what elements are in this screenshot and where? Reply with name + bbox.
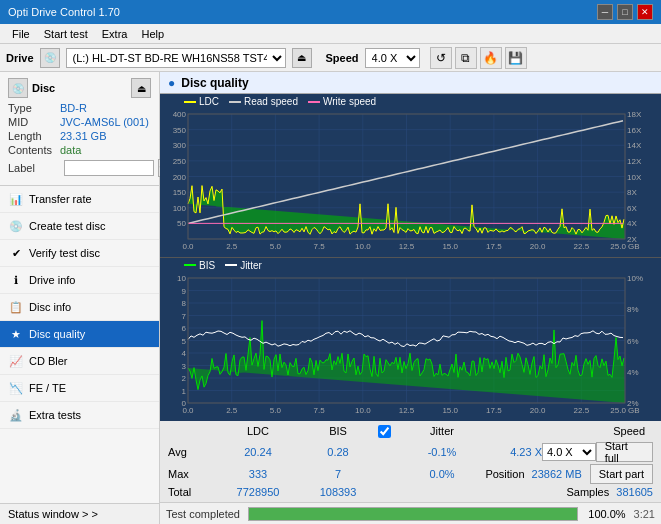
jitter-label: Jitter [240, 260, 262, 271]
stats-jitter-header: Jitter [402, 425, 482, 440]
write-speed-color [308, 101, 320, 103]
disc-fields: Type BD-R MID JVC-AMS6L (001) Length 23.… [8, 102, 151, 177]
sidebar-item-create-test-disc[interactable]: 💿 Create test disc [0, 213, 159, 240]
chart-bottom: BIS Jitter [160, 258, 661, 421]
menu-file[interactable]: File [6, 27, 36, 41]
cd-bler-icon: 📈 [8, 353, 24, 369]
stats-position-label: Position 23862 MB [485, 468, 581, 480]
ldc-color [184, 101, 196, 103]
content-area: ● Disc quality LDC Read speed [160, 72, 661, 524]
menu-start-test[interactable]: Start test [38, 27, 94, 41]
stats-avg-jitter: -0.1% [402, 446, 482, 458]
stats-max-jitter: 0.0% [402, 468, 482, 480]
menu-help[interactable]: Help [135, 27, 170, 41]
burn-icon[interactable]: 🔥 [480, 47, 502, 69]
fe-te-icon: 📉 [8, 380, 24, 396]
sidebar-item-transfer-rate[interactable]: 📊 Transfer rate [0, 186, 159, 213]
position-value: 23862 MB [532, 468, 582, 480]
sidebar-item-disc-info[interactable]: 📋 Disc info [0, 294, 159, 321]
disc-length-label: Length [8, 130, 60, 142]
stats-max-bis: 7 [298, 468, 378, 480]
create-test-disc-icon: 💿 [8, 218, 24, 234]
legend-read-speed: Read speed [229, 96, 298, 107]
progress-bar-outer [248, 507, 578, 521]
disc-type-label: Type [8, 102, 60, 114]
position-label: Position [485, 468, 524, 480]
eject-button[interactable]: ⏏ [292, 48, 312, 68]
stats-avg-row: Avg 20.24 0.28 -0.1% 4.23 X 4.0 X Start … [168, 442, 653, 462]
stats-spacer2 [645, 425, 653, 440]
sidebar-item-fe-te[interactable]: 📉 FE / TE [0, 375, 159, 402]
start-full-button[interactable]: Start full [596, 442, 653, 462]
disc-type-row: Type BD-R [8, 102, 151, 114]
legend-write-speed: Write speed [308, 96, 376, 107]
stats-max-label: Max [168, 468, 218, 480]
disc-quality-header-icon: ● [168, 76, 175, 90]
status-window-label: Status window > > [8, 508, 98, 520]
stats-samples-label: Samples 381605 [566, 486, 653, 498]
stats-avg-ldc: 20.24 [218, 446, 298, 458]
write-speed-label: Write speed [323, 96, 376, 107]
chart-bottom-legend: BIS Jitter [184, 260, 262, 271]
sidebar-item-label-verify-test-disc: Verify test disc [29, 247, 100, 259]
ldc-label: LDC [199, 96, 219, 107]
stats-total-ldc: 7728950 [218, 486, 298, 498]
sidebar-item-extra-tests[interactable]: 🔬 Extra tests [0, 402, 159, 429]
disc-eject-button[interactable]: ⏏ [131, 78, 151, 98]
read-speed-label: Read speed [244, 96, 298, 107]
stats-speed-value-row: 4.23 X [482, 446, 542, 458]
save-icon[interactable]: 💾 [505, 47, 527, 69]
disc-length-row: Length 23.31 GB [8, 130, 151, 142]
window-controls: ─ □ ✕ [597, 4, 653, 20]
disc-label-label: Label [8, 162, 60, 174]
drive-label: Drive [6, 52, 34, 64]
disc-mid-value: JVC-AMS6L (001) [60, 116, 149, 128]
chart-top: LDC Read speed Write speed [160, 94, 661, 258]
close-button[interactable]: ✕ [637, 4, 653, 20]
sidebar-item-label-create-test-disc: Create test disc [29, 220, 105, 232]
drive-icon-btn[interactable]: 💿 [40, 48, 60, 68]
drive-info-icon: ℹ [8, 272, 24, 288]
bis-color [184, 264, 196, 266]
refresh-icon[interactable]: ↺ [430, 47, 452, 69]
chart-bottom-canvas [160, 258, 661, 421]
sidebar-item-verify-test-disc[interactable]: ✔ Verify test disc [0, 240, 159, 267]
sidebar-item-drive-info[interactable]: ℹ Drive info [0, 267, 159, 294]
stats-total-row: Total 7728950 108393 Samples 381605 [168, 486, 653, 498]
stats-bis-header: BIS [298, 425, 378, 440]
charts-area: LDC Read speed Write speed [160, 94, 661, 420]
disc-label-input[interactable] [64, 160, 154, 176]
minimize-button[interactable]: ─ [597, 4, 613, 20]
sidebar-item-label-disc-info: Disc info [29, 301, 71, 313]
speed-select[interactable]: 4.0 X [365, 48, 420, 68]
disc-length-value: 23.31 GB [60, 130, 106, 142]
samples-value: 381605 [616, 486, 653, 498]
stats-panel: LDC BIS Jitter Speed Avg 20.24 0.28 -0.1… [160, 420, 661, 502]
jitter-checkbox[interactable] [378, 425, 391, 438]
sidebar-item-disc-quality[interactable]: ★ Disc quality [0, 321, 159, 348]
sidebar-item-cd-bler[interactable]: 📈 CD Bler [0, 348, 159, 375]
jitter-color [225, 264, 237, 266]
drivebar: Drive 💿 (L:) HL-DT-ST BD-RE WH16NS58 TST… [0, 44, 661, 72]
stats-max-ldc: 333 [218, 468, 298, 480]
sidebar-item-label-disc-quality: Disc quality [29, 328, 85, 340]
legend-ldc: LDC [184, 96, 219, 107]
status-window-button[interactable]: Status window > > [0, 503, 159, 524]
disc-panel: 💿 Disc ⏏ Type BD-R MID JVC-AMS6L (001) L… [0, 72, 159, 186]
stats-total-label: Total [168, 486, 218, 498]
toolbar-icons: ↺ ⧉ 🔥 💾 [430, 47, 527, 69]
stats-spacer [482, 425, 585, 440]
menu-extra[interactable]: Extra [96, 27, 134, 41]
bis-label: BIS [199, 260, 215, 271]
copy-icon[interactable]: ⧉ [455, 47, 477, 69]
maximize-button[interactable]: □ [617, 4, 633, 20]
nav-items: 📊 Transfer rate 💿 Create test disc ✔ Ver… [0, 186, 159, 503]
legend-jitter: Jitter [225, 260, 262, 271]
stats-max-row: Max 333 7 0.0% Position 23862 MB Start p… [168, 464, 653, 484]
stats-avg-bis: 0.28 [298, 446, 378, 458]
start-part-button[interactable]: Start part [590, 464, 653, 484]
stats-speed-select[interactable]: 4.0 X [542, 443, 596, 461]
drive-select[interactable]: (L:) HL-DT-ST BD-RE WH16NS58 TST4 [66, 48, 286, 68]
legend-bis: BIS [184, 260, 215, 271]
progress-bar-inner [249, 508, 577, 520]
